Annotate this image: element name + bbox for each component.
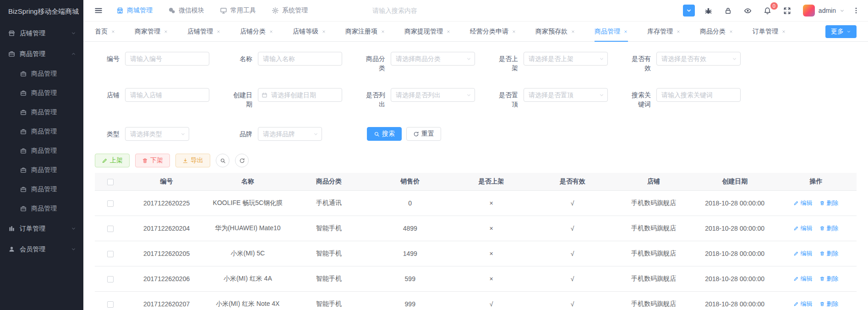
sidebar-subitem[interactable]: 商品管理 <box>0 83 83 103</box>
tab-close-icon[interactable] <box>381 29 385 34</box>
topbar-icon-button[interactable]: 0 <box>762 5 774 17</box>
tab-close-icon[interactable] <box>781 29 786 34</box>
sidebar-subitem-label: 商品管理 <box>31 166 57 174</box>
tab-label: 商家提现管理 <box>404 28 443 36</box>
sidebar-subitem[interactable]: 商品管理 <box>0 103 83 122</box>
delete-link[interactable]: 删除 <box>819 249 838 258</box>
hamburger-menu-icon[interactable] <box>94 6 103 15</box>
row-checkbox[interactable] <box>107 276 114 282</box>
tab[interactable]: 商家管理 <box>135 22 168 41</box>
edit-link[interactable]: 编辑 <box>793 249 812 258</box>
cell-actions: 编辑 删除 <box>775 291 857 310</box>
sidebar-group-item[interactable]: 会员管理 <box>0 239 83 260</box>
sidebar-subitem[interactable]: 商品管理 <box>0 161 83 180</box>
filter-input[interactable] <box>125 52 209 66</box>
chevron-down-icon <box>732 52 737 66</box>
filter-input[interactable] <box>656 88 741 102</box>
filter-input[interactable] <box>391 88 475 102</box>
sidebar-subitem[interactable]: 商品管理 <box>0 141 83 161</box>
cell-created: 2018-10-28 00:00:00 <box>694 241 775 266</box>
reset-button[interactable]: 重置 <box>406 127 441 141</box>
unpublish-button[interactable]: 下架 <box>135 154 170 167</box>
sidebar-subitem[interactable]: 商品管理 <box>0 180 83 199</box>
tab-close-icon[interactable] <box>164 29 168 34</box>
filter-input[interactable] <box>125 88 209 102</box>
filter-input[interactable] <box>524 52 608 66</box>
sidebar-subitem-label: 商品管理 <box>31 185 57 194</box>
tab[interactable]: 商家预存款 <box>535 22 575 41</box>
sidebar-subitem-label: 商品管理 <box>31 108 57 116</box>
tab-close-icon[interactable] <box>676 29 681 34</box>
sidebar-group-item[interactable]: 商品管理 <box>0 44 83 64</box>
tab-close-icon[interactable] <box>322 29 326 34</box>
filter-input[interactable] <box>258 52 342 66</box>
row-checkbox[interactable] <box>107 301 114 308</box>
tab[interactable]: 店铺分类 <box>240 22 273 41</box>
topbar-icon-button[interactable] <box>703 5 715 17</box>
tab[interactable]: 商品管理 <box>595 22 628 41</box>
table-search-button[interactable] <box>216 154 229 167</box>
sidebar-group-item[interactable]: 店铺管理 <box>0 23 83 44</box>
topnav-item[interactable]: 商城管理 <box>116 6 153 15</box>
tab-close-icon[interactable] <box>512 29 516 34</box>
filter-input[interactable] <box>391 52 475 66</box>
row-checkbox[interactable] <box>107 226 114 232</box>
cell-store: 手机数码旗舰店 <box>613 291 694 310</box>
sidebar-subitem[interactable]: 商品管理 <box>0 64 83 83</box>
more-tabs-button[interactable]: 更多 <box>825 25 857 38</box>
filter-input[interactable] <box>258 127 322 141</box>
tab[interactable]: 商家提现管理 <box>404 22 451 41</box>
topnav-item[interactable]: 微信模块 <box>168 6 204 15</box>
tab-close-icon[interactable] <box>446 29 451 34</box>
tab[interactable]: 订单管理 <box>753 22 786 41</box>
tab-close-icon[interactable] <box>571 29 575 34</box>
topnav-item[interactable]: 系统管理 <box>272 6 308 15</box>
tab[interactable]: 库存管理 <box>647 22 681 41</box>
tab[interactable]: 首页 <box>95 22 115 41</box>
global-search-input[interactable] <box>371 6 472 15</box>
row-checkbox[interactable] <box>107 200 114 207</box>
table-refresh-button[interactable] <box>235 154 249 167</box>
filter-input[interactable] <box>524 88 608 102</box>
topbar-icon-button[interactable] <box>781 5 793 17</box>
tab-close-icon[interactable] <box>216 29 221 34</box>
filter-input[interactable] <box>125 127 189 141</box>
tab-close-icon[interactable] <box>269 29 273 34</box>
topbar-icon-button[interactable] <box>722 5 734 17</box>
filter-input[interactable] <box>258 88 342 102</box>
tab-label: 库存管理 <box>647 28 673 36</box>
edit-link[interactable]: 编辑 <box>793 300 812 308</box>
select-all-checkbox[interactable] <box>107 179 114 185</box>
tab-close-icon[interactable] <box>623 29 628 34</box>
sidebar-subitem[interactable]: 商品管理 <box>0 199 83 218</box>
sidebar-group-item[interactable]: 订单管理 <box>0 218 83 239</box>
search-button[interactable]: 搜索 <box>367 127 402 141</box>
row-checkbox[interactable] <box>107 251 114 257</box>
members-icon <box>8 246 15 253</box>
export-button[interactable]: 导出 <box>175 154 210 167</box>
filter-item: 是否有效 <box>626 52 759 72</box>
user-menu[interactable]: admin <box>803 5 845 17</box>
edit-link[interactable]: 编辑 <box>793 199 812 207</box>
tab-close-icon[interactable] <box>111 29 115 34</box>
delete-link[interactable]: 删除 <box>819 224 838 232</box>
edit-link[interactable]: 编辑 <box>793 224 812 232</box>
delete-link[interactable]: 删除 <box>819 275 838 283</box>
delete-link[interactable]: 删除 <box>819 199 838 207</box>
tab[interactable]: 商家注册项 <box>345 22 385 41</box>
delete-link[interactable]: 删除 <box>819 300 838 308</box>
topbar-icon-button[interactable] <box>742 5 754 17</box>
edit-link[interactable]: 编辑 <box>793 275 812 283</box>
kebab-menu-icon[interactable] <box>852 7 860 14</box>
topnav-item[interactable]: 常用工具 <box>220 6 256 15</box>
topbar-icon-button[interactable] <box>683 5 695 17</box>
sidebar-subitem[interactable]: 商品管理 <box>0 122 83 141</box>
publish-button[interactable]: 上架 <box>95 154 130 167</box>
filter-input[interactable] <box>656 52 741 66</box>
tab[interactable]: 商品分类 <box>700 22 733 41</box>
tab[interactable]: 店铺等级 <box>293 22 326 41</box>
chevron-down-icon <box>599 52 604 66</box>
tab-close-icon[interactable] <box>729 29 733 34</box>
tab[interactable]: 店铺管理 <box>187 22 221 41</box>
tab[interactable]: 经营分类申请 <box>470 22 516 41</box>
